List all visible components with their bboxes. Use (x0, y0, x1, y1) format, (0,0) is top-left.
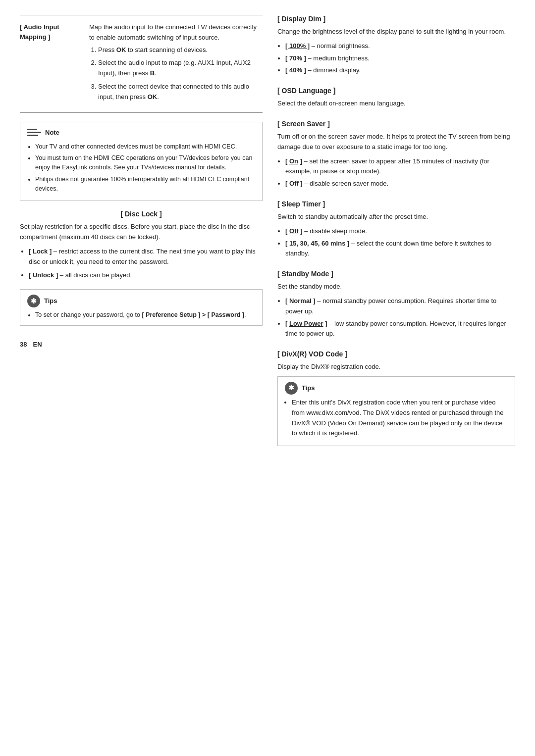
disc-lock-text: – restrict access to the current disc. T… (29, 248, 256, 265)
screen-saver-on: [ On ] – set the screen saver to appear … (285, 156, 515, 177)
audio-mapping-label: [ Audio InputMapping ] (20, 22, 89, 105)
divx-vod-section: [ DivX(R) VOD Code ] Display the DivX® r… (277, 350, 515, 446)
audio-mapping-intro: Map the audio input to the connected TV/… (89, 23, 257, 41)
disc-lock-intro: Set play restriction for a specific disc… (20, 222, 263, 243)
divx-tips-list: Enter this unit's DivX registration code… (292, 398, 508, 439)
divx-tips-item-1: Enter this unit's DivX registration code… (292, 398, 508, 439)
note-icon (27, 127, 41, 138)
audio-mapping-steps: Press OK to start scanning of devices. S… (98, 45, 263, 102)
osd-language-section: [ OSD Language ] Select the default on-s… (277, 87, 515, 109)
sleep-timer-section: [ Sleep Timer ] Switch to standby automa… (277, 200, 515, 259)
osd-language-header: [ OSD Language ] (277, 87, 515, 95)
display-dim-section: [ Display Dim ] Change the brightness le… (277, 15, 515, 76)
display-dim-40: [ 40% ] – dimmest display. (285, 65, 515, 76)
divx-vod-header: [ DivX(R) VOD Code ] (277, 350, 515, 358)
page-number: 38 (20, 341, 27, 348)
display-dim-list: [ 100% ] – normal brightness. [ 70% ] – … (285, 41, 515, 76)
page-footer: 38 EN (20, 341, 263, 348)
osd-language-intro: Select the default on-screen menu langua… (277, 99, 515, 109)
audio-mapping-content: Map the audio input to the connected TV/… (89, 22, 263, 105)
note-header: Note (27, 127, 255, 138)
sleep-timer-header: [ Sleep Timer ] (277, 200, 515, 208)
disc-unlock-label: [ Unlock ] (29, 271, 58, 279)
disc-unlock-item: [ Unlock ] – all discs can be played. (29, 270, 263, 281)
tips-icon: ✱ (27, 295, 40, 307)
disc-lock-section: [ Disc Lock ] Set play restriction for a… (20, 210, 263, 280)
note-item-3: Philips does not guarantee 100% interope… (35, 175, 255, 194)
screen-saver-off: [ Off ] – disable screen saver mode. (285, 179, 515, 189)
audio-step-1: Press OK to start scanning of devices. (98, 45, 263, 55)
note-item-2: You must turn on the HDMI CEC operations… (35, 153, 255, 173)
page-lang: EN (33, 341, 42, 348)
standby-mode-list: [ Normal ] – normal standby power consum… (285, 296, 515, 339)
display-dim-100: [ 100% ] – normal brightness. (285, 41, 515, 51)
screen-saver-header: [ Screen Saver ] (277, 120, 515, 128)
note-box: Note Your TV and other connected devices… (20, 122, 263, 202)
disc-unlock-text: – all discs can be played. (60, 271, 132, 279)
divx-vod-intro: Display the DivX® registration code. (277, 362, 515, 372)
divx-tips-label: Tips (302, 383, 315, 393)
display-dim-70: [ 70% ] – medium brightness. (285, 53, 515, 64)
left-tips-box: ✱ Tips To set or change your password, g… (20, 289, 263, 325)
divx-tips-header: ✱ Tips (285, 382, 508, 395)
left-tips-list: To set or change your password, go to [ … (35, 310, 255, 320)
screen-saver-section: [ Screen Saver ] Turn off or on the scre… (277, 120, 515, 189)
left-tips-item-1: To set or change your password, go to [ … (35, 310, 255, 320)
left-column: [ Audio InputMapping ] Map the audio inp… (20, 15, 263, 736)
disc-lock-list: [ Lock ] – restrict access to the curren… (29, 247, 263, 280)
sleep-timer-mins: [ 15, 30, 45, 60 mins ] – select the cou… (285, 239, 515, 259)
standby-low-power: [ Low Power ] – low standby power consum… (285, 319, 515, 340)
note-list: Your TV and other connected devices must… (35, 142, 255, 194)
left-tips-header: ✱ Tips (27, 295, 255, 307)
standby-mode-intro: Set the standby mode. (277, 282, 515, 292)
right-column: [ Display Dim ] Change the brightness le… (277, 15, 515, 736)
standby-mode-header: [ Standby Mode ] (277, 270, 515, 278)
display-dim-header: [ Display Dim ] (277, 15, 515, 23)
page: [ Audio InputMapping ] Map the audio inp… (0, 0, 535, 756)
sleep-timer-list: [ Off ] – disable sleep mode. [ 15, 30, … (285, 226, 515, 259)
note-label: Note (45, 128, 59, 138)
display-dim-intro: Change the brightness level of the displ… (277, 27, 515, 37)
divx-tips-box: ✱ Tips Enter this unit's DivX registrati… (277, 376, 515, 446)
divx-tips-icon: ✱ (285, 382, 298, 395)
disc-lock-item-lock: [ Lock ] – restrict access to the curren… (29, 247, 263, 267)
disc-lock-label: [ Lock ] (29, 248, 52, 255)
audio-mapping-section: [ Audio InputMapping ] Map the audio inp… (20, 15, 263, 113)
disc-lock-header: [ Disc Lock ] (20, 210, 263, 218)
main-content: [ Audio InputMapping ] Map the audio inp… (20, 15, 515, 736)
standby-mode-section: [ Standby Mode ] Set the standby mode. [… (277, 270, 515, 339)
note-item-1: Your TV and other connected devices must… (35, 142, 255, 151)
audio-step-2: Select the audio input to map (e.g. AUX1… (98, 58, 263, 79)
screen-saver-intro: Turn off or on the screen saver mode. It… (277, 132, 515, 152)
audio-step-3: Select the correct device that connected… (98, 82, 263, 102)
left-tips-label: Tips (44, 296, 57, 306)
screen-saver-list: [ On ] – set the screen saver to appear … (285, 156, 515, 189)
standby-normal: [ Normal ] – normal standby power consum… (285, 296, 515, 317)
sleep-timer-off: [ Off ] – disable sleep mode. (285, 226, 515, 237)
sleep-timer-intro: Switch to standby automatically after th… (277, 212, 515, 222)
